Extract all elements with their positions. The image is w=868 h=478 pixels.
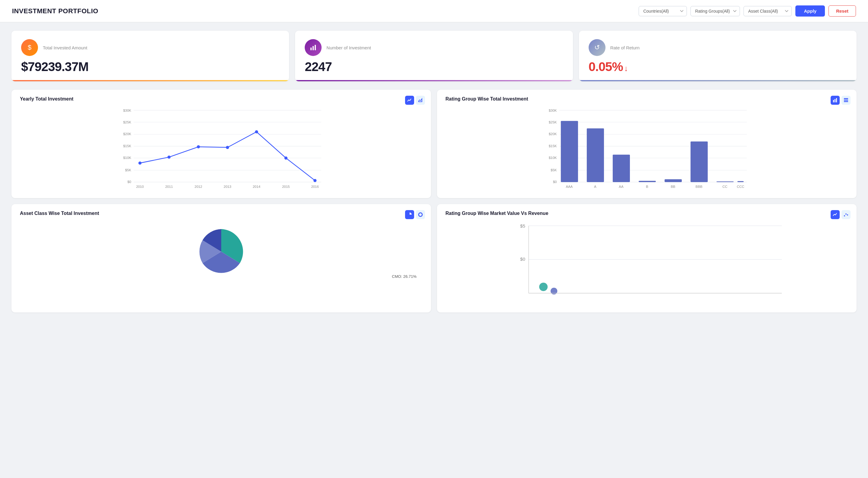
svg-rect-24 xyxy=(833,100,834,102)
svg-text:$0: $0 xyxy=(127,180,131,183)
data-dot-2015 xyxy=(284,157,287,160)
kpi-value-num-investment: 2247 xyxy=(305,60,563,74)
countries-filter[interactable]: Countries(All) USA UK Germany xyxy=(639,6,687,16)
svg-text:2012: 2012 xyxy=(195,185,202,189)
svg-text:$5K: $5K xyxy=(125,168,131,172)
bar-CC xyxy=(716,181,734,182)
rating-groups-filter[interactable]: Rating Groups(All) AAA AA A BBB xyxy=(690,6,740,16)
charts-row-2: Asset Class Wise Total Investment xyxy=(0,201,868,321)
data-dot-2011 xyxy=(167,156,170,159)
svg-text:2014: 2014 xyxy=(253,185,260,189)
svg-point-53 xyxy=(844,215,845,216)
svg-text:$5: $5 xyxy=(520,224,525,229)
svg-text:BBB: BBB xyxy=(695,185,703,189)
svg-rect-25 xyxy=(835,99,835,102)
svg-text:2013: 2013 xyxy=(224,185,231,189)
data-dot-2014 xyxy=(255,130,258,133)
bar-CCC xyxy=(738,181,744,182)
data-dot-2013 xyxy=(226,146,229,149)
svg-text:A: A xyxy=(594,185,596,189)
svg-text:$10K: $10K xyxy=(123,156,131,160)
scatter-line-toggle[interactable] xyxy=(831,210,840,219)
svg-text:$15K: $15K xyxy=(123,144,131,148)
kpi-icon-dollar: $ xyxy=(21,39,38,56)
asset-class-chart-title: Asset Class Wise Total Investment xyxy=(20,211,423,216)
svg-text:$0: $0 xyxy=(553,180,557,183)
svg-rect-0 xyxy=(310,47,312,50)
kpi-section: $ Total Invested Amount $79239.37M Numbe… xyxy=(0,22,868,84)
bar-chart-toggle[interactable] xyxy=(831,96,840,105)
svg-text:$5K: $5K xyxy=(551,168,557,172)
svg-point-52 xyxy=(418,213,422,216)
svg-text:$30K: $30K xyxy=(549,109,557,112)
scatter-controls xyxy=(831,210,850,219)
svg-text:$30K: $30K xyxy=(123,109,131,112)
kpi-card-num-investment: Number of Investment 2247 xyxy=(295,31,572,81)
bar-BB xyxy=(664,179,682,182)
table-chart-toggle[interactable] xyxy=(841,96,850,105)
bar-AA xyxy=(613,155,630,182)
svg-rect-2 xyxy=(315,45,316,50)
scatter-dot-toggle[interactable] xyxy=(841,210,850,219)
svg-text:2011: 2011 xyxy=(165,185,173,189)
kpi-bar-purple xyxy=(295,80,572,81)
svg-text:$10K: $10K xyxy=(549,156,557,160)
yearly-total-investment-card: Yearly Total Investment $30K $25K xyxy=(11,90,431,198)
area-chart-toggle[interactable] xyxy=(416,96,425,105)
apply-button[interactable]: Apply xyxy=(795,5,825,16)
yearly-chart-title: Yearly Total Investment xyxy=(20,96,423,102)
svg-text:BB: BB xyxy=(671,185,675,189)
scatter-chart-card: Rating Group Wise Market Value Vs Revenu… xyxy=(437,204,857,312)
kpi-value-total-invested: $79239.37M xyxy=(21,60,279,74)
svg-text:$15K: $15K xyxy=(549,144,557,148)
scatter-chart-area: $5 $0 xyxy=(445,221,848,306)
svg-text:CCC: CCC xyxy=(737,185,744,189)
data-dot-2016 xyxy=(313,179,316,182)
kpi-icon-chart xyxy=(305,39,321,56)
bar-AAA xyxy=(561,121,578,182)
svg-text:B: B xyxy=(646,185,648,189)
data-dot-2010 xyxy=(138,161,141,164)
pie-chart-toggle[interactable] xyxy=(405,210,414,219)
svg-text:2015: 2015 xyxy=(282,185,290,189)
svg-rect-29 xyxy=(844,101,848,102)
asset-class-card: Asset Class Wise Total Investment xyxy=(11,204,431,312)
rating-bar-chart-title: Rating Group Wise Total Investment xyxy=(445,96,848,102)
cmo-legend-label: CMO: 26.71% xyxy=(392,274,416,279)
svg-text:2010: 2010 xyxy=(136,185,144,189)
svg-text:AAA: AAA xyxy=(566,185,572,189)
filter-group: Countries(All) USA UK Germany Rating Gro… xyxy=(639,5,856,16)
svg-rect-1 xyxy=(313,46,314,50)
kpi-card-total-invested: $ Total Invested Amount $79239.37M xyxy=(11,31,289,81)
donut-chart-toggle[interactable] xyxy=(416,210,425,219)
bar-BBB xyxy=(690,141,708,182)
svg-rect-28 xyxy=(844,100,848,101)
asset-class-filter[interactable]: Asset Class(All) CMO Bonds Equities xyxy=(744,6,792,16)
rating-group-investment-card: Rating Group Wise Total Investment xyxy=(437,90,857,198)
svg-text:$25K: $25K xyxy=(123,121,131,124)
kpi-icon-return: ↺ xyxy=(589,39,606,56)
svg-text:$20K: $20K xyxy=(123,132,131,136)
scatter-dot-1 xyxy=(539,283,548,291)
kpi-card-rate-of-return: ↺ Rate of Return 0.05%↓ xyxy=(579,31,857,81)
reset-button[interactable]: Reset xyxy=(829,5,856,16)
bar-A xyxy=(587,129,604,182)
scatter-svg: $5 $0 xyxy=(445,221,848,306)
asset-class-controls xyxy=(405,210,425,219)
rating-bar-chart: $30K $25K $20K $15K $10K $5K $0 xyxy=(445,107,848,192)
yearly-line-chart: $30K $25K $20K $15K $10K $5K $0 2010 xyxy=(20,107,423,192)
kpi-label-rate-of-return: Rate of Return xyxy=(610,45,640,50)
kpi-value-rate-of-return: 0.05%↓ xyxy=(589,60,847,74)
data-dot-2012 xyxy=(197,145,200,148)
line-chart-svg: $30K $25K $20K $15K $10K $5K $0 2010 xyxy=(20,107,423,192)
scatter-chart-title: Rating Group Wise Market Value Vs Revenu… xyxy=(445,211,848,216)
scatter-dot-2 xyxy=(551,288,557,295)
svg-text:$20K: $20K xyxy=(549,132,557,136)
bar-chart-svg: $30K $25K $20K $15K $10K $5K $0 xyxy=(445,107,848,192)
svg-rect-26 xyxy=(836,98,837,102)
svg-point-55 xyxy=(847,214,848,215)
line-chart-toggle[interactable] xyxy=(405,96,414,105)
svg-text:2016: 2016 xyxy=(311,185,318,189)
svg-rect-27 xyxy=(844,98,848,99)
svg-text:CC: CC xyxy=(722,185,727,189)
